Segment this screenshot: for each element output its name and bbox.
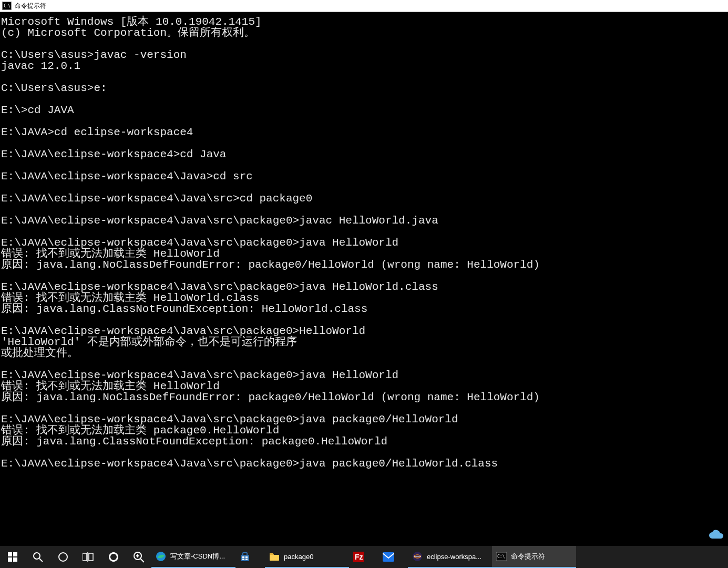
swirl-icon bbox=[108, 551, 119, 563]
svg-point-6 bbox=[59, 553, 67, 561]
start-button[interactable] bbox=[0, 546, 25, 568]
taskbar-app-cmd[interactable]: C:\ 命令提示符 bbox=[492, 546, 576, 568]
cmd-icon: C:\ bbox=[2, 2, 12, 10]
taskbar-app-explorer[interactable]: package0 bbox=[265, 546, 349, 568]
cortana-button[interactable] bbox=[50, 546, 76, 568]
store-icon bbox=[240, 552, 250, 562]
taskbar-app-eclipse[interactable]: eclipse-workspa... bbox=[408, 546, 492, 568]
magnifier-icon bbox=[133, 551, 145, 563]
filezilla-icon: Fz bbox=[353, 552, 364, 562]
terminal-output[interactable]: Microsoft Windows [版本 10.0.19042.1415] (… bbox=[0, 12, 728, 568]
svg-rect-18 bbox=[245, 556, 248, 558]
svg-text:C:\: C:\ bbox=[497, 554, 505, 559]
cortana-icon bbox=[58, 552, 68, 562]
folder-icon bbox=[269, 552, 280, 561]
svg-rect-19 bbox=[242, 559, 244, 560]
taskbar-app-store[interactable] bbox=[235, 546, 265, 568]
svg-line-5 bbox=[39, 559, 43, 562]
svg-rect-3 bbox=[13, 557, 17, 562]
magnifier-button[interactable] bbox=[126, 546, 151, 568]
copilot-button[interactable] bbox=[101, 546, 126, 568]
taskbar-app-explorer-label: package0 bbox=[284, 553, 313, 561]
cmd-window: C:\ 命令提示符 Microsoft Windows [版本 10.0.190… bbox=[0, 0, 728, 568]
search-button[interactable] bbox=[25, 546, 50, 568]
taskbar-app-eclipse-label: eclipse-workspa... bbox=[427, 553, 481, 561]
task-view-icon bbox=[83, 552, 94, 562]
taskbar-app-edge-label: 写文章-CSDN博... bbox=[170, 552, 225, 561]
taskbar-spacer bbox=[576, 546, 728, 568]
svg-text:Fz: Fz bbox=[355, 553, 363, 561]
taskbar-app-mail[interactable] bbox=[378, 546, 408, 568]
cmd-taskbar-icon: C:\ bbox=[496, 552, 507, 561]
svg-rect-7 bbox=[83, 553, 87, 561]
titlebar[interactable]: C:\ 命令提示符 bbox=[0, 0, 728, 12]
svg-line-11 bbox=[140, 559, 144, 562]
svg-rect-20 bbox=[245, 559, 248, 560]
svg-rect-23 bbox=[383, 552, 394, 562]
task-view-button[interactable] bbox=[76, 546, 101, 568]
taskbar-app-filezilla[interactable]: Fz bbox=[349, 546, 378, 568]
svg-rect-16 bbox=[243, 553, 247, 555]
edge-icon bbox=[156, 551, 166, 562]
svg-point-4 bbox=[34, 553, 40, 559]
taskbar-app-edge[interactable]: 写文章-CSDN博... bbox=[151, 546, 235, 568]
search-icon bbox=[33, 552, 43, 562]
window-title: 命令提示符 bbox=[15, 2, 46, 11]
mail-icon bbox=[383, 552, 394, 562]
svg-rect-1 bbox=[13, 552, 17, 556]
svg-rect-8 bbox=[89, 553, 93, 561]
svg-rect-2 bbox=[8, 557, 12, 562]
svg-rect-17 bbox=[242, 556, 244, 558]
taskbar-app-cmd-label: 命令提示符 bbox=[511, 552, 545, 561]
taskbar: 写文章-CSDN博... package0 Fz bbox=[0, 546, 728, 568]
cloud-icon bbox=[707, 529, 725, 544]
windows-icon bbox=[8, 552, 17, 562]
svg-rect-0 bbox=[8, 552, 12, 556]
eclipse-icon bbox=[412, 551, 423, 562]
